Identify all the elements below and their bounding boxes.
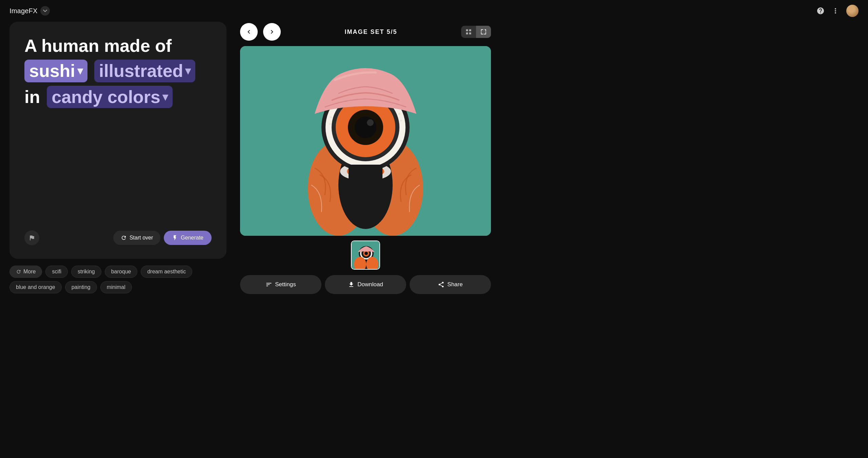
- prompt-chip-sushi[interactable]: sushi ▾: [24, 60, 87, 82]
- chip-illustrated-arrow: ▾: [185, 64, 191, 77]
- sushi-artwork: [240, 46, 491, 236]
- chip-dream-aesthetic-label: dream aesthetic: [147, 269, 186, 275]
- avatar-image: [846, 5, 859, 17]
- footer-buttons: Start over Generate: [113, 231, 212, 245]
- chip-more-label: More: [23, 269, 36, 275]
- svg-point-12: [367, 119, 374, 126]
- download-button[interactable]: Download: [325, 275, 406, 294]
- chip-candy-colors-arrow: ▾: [162, 90, 168, 103]
- right-panel: IMAGE SET 5/5: [226, 22, 491, 458]
- chip-painting-label: painting: [72, 284, 91, 290]
- more-vert-icon: [831, 7, 840, 15]
- chip-blue-and-orange-label: blue and orange: [16, 284, 55, 290]
- thumbnail-1[interactable]: [351, 241, 380, 270]
- app-header: ImageFX: [0, 0, 868, 22]
- prompt-card-footer: Start over Generate: [24, 224, 212, 245]
- settings-label: Settings: [275, 281, 296, 288]
- main-image: [240, 46, 491, 236]
- chip-candy-colors-label: candy colors: [52, 86, 160, 107]
- image-set-label: IMAGE SET 5/5: [286, 28, 456, 36]
- action-buttons: Settings Download Share: [240, 275, 491, 294]
- image-nav: IMAGE SET 5/5: [240, 22, 491, 41]
- prev-image-button[interactable]: [240, 23, 258, 41]
- chip-striking-label: striking: [78, 269, 95, 275]
- more-menu-button[interactable]: [831, 7, 840, 15]
- settings-button[interactable]: Settings: [240, 275, 321, 294]
- flag-icon: [28, 234, 35, 241]
- suggestion-chip-baroque[interactable]: baroque: [105, 266, 138, 278]
- start-over-label: Start over: [130, 235, 153, 241]
- svg-point-19: [329, 123, 331, 125]
- header-right: [816, 5, 859, 17]
- refresh-icon: [121, 235, 127, 241]
- refresh-small-icon: [16, 269, 21, 274]
- suggestion-chip-minimal[interactable]: minimal: [100, 281, 132, 293]
- app-badge-button[interactable]: [40, 6, 50, 16]
- chevron-left-icon: [245, 28, 253, 36]
- main-content: A human made of sushi ▾ illustrated ▾ in…: [0, 22, 868, 458]
- chip-baroque-label: baroque: [111, 269, 131, 275]
- download-icon: [348, 281, 355, 288]
- generate-icon: [172, 235, 178, 241]
- app-title: ImageFX: [9, 7, 38, 15]
- suggestion-chip-blue-and-orange[interactable]: blue and orange: [9, 281, 62, 293]
- suggestion-chip-dream-aesthetic[interactable]: dream aesthetic: [141, 266, 192, 278]
- share-label: Share: [447, 281, 462, 288]
- svg-rect-20: [349, 165, 382, 185]
- prompt-chip-illustrated[interactable]: illustrated ▾: [94, 60, 196, 82]
- chevron-right-icon: [268, 28, 276, 36]
- chevron-down-icon: [43, 8, 47, 13]
- chip-scifi-label: scifi: [52, 269, 61, 275]
- grid-icon: [465, 28, 472, 35]
- svg-point-26: [364, 252, 368, 255]
- chip-minimal-label: minimal: [107, 284, 125, 290]
- left-panel: A human made of sushi ▾ illustrated ▾ in…: [9, 22, 226, 458]
- next-image-button[interactable]: [263, 23, 281, 41]
- generate-label: Generate: [181, 235, 203, 241]
- generate-button[interactable]: Generate: [164, 231, 212, 245]
- prompt-card: A human made of sushi ▾ illustrated ▾ in…: [9, 22, 226, 259]
- settings-icon: [265, 281, 272, 288]
- thumbnail-row: [240, 241, 491, 270]
- download-label: Download: [357, 281, 383, 288]
- chip-illustrated-label: illustrated: [99, 60, 183, 81]
- header-left: ImageFX: [9, 6, 50, 16]
- chip-sushi-label: sushi: [29, 60, 75, 81]
- share-icon: [438, 281, 445, 288]
- avatar[interactable]: [846, 5, 859, 17]
- prompt-chip-candy-colors[interactable]: candy colors ▾: [47, 86, 173, 108]
- svg-point-16: [398, 113, 400, 115]
- prompt-text-plain-2: in: [24, 86, 40, 107]
- thumbnail-image-1: [352, 241, 380, 270]
- help-button[interactable]: [816, 7, 825, 15]
- svg-point-11: [355, 117, 376, 138]
- flag-button[interactable]: [24, 230, 39, 245]
- share-button[interactable]: Share: [410, 275, 491, 294]
- grid-view-button[interactable]: [461, 26, 476, 38]
- suggestion-chips: More scifi striking baroque dream aesthe…: [9, 266, 226, 297]
- single-view-button[interactable]: [476, 26, 491, 38]
- chip-sushi-arrow: ▾: [77, 64, 83, 77]
- view-toggle: [461, 26, 491, 38]
- fullscreen-icon: [480, 28, 487, 35]
- suggestion-chip-more[interactable]: More: [9, 266, 42, 278]
- svg-point-17: [400, 120, 402, 122]
- prompt-text-plain-1: A human made of: [24, 35, 172, 56]
- suggestion-chip-painting[interactable]: painting: [65, 281, 97, 293]
- start-over-button[interactable]: Start over: [113, 231, 160, 245]
- svg-point-18: [330, 116, 332, 118]
- suggestion-chip-scifi[interactable]: scifi: [45, 266, 68, 278]
- suggestion-chip-striking[interactable]: striking: [71, 266, 101, 278]
- prompt-display: A human made of sushi ▾ illustrated ▾ in…: [24, 35, 212, 108]
- help-icon: [816, 7, 825, 15]
